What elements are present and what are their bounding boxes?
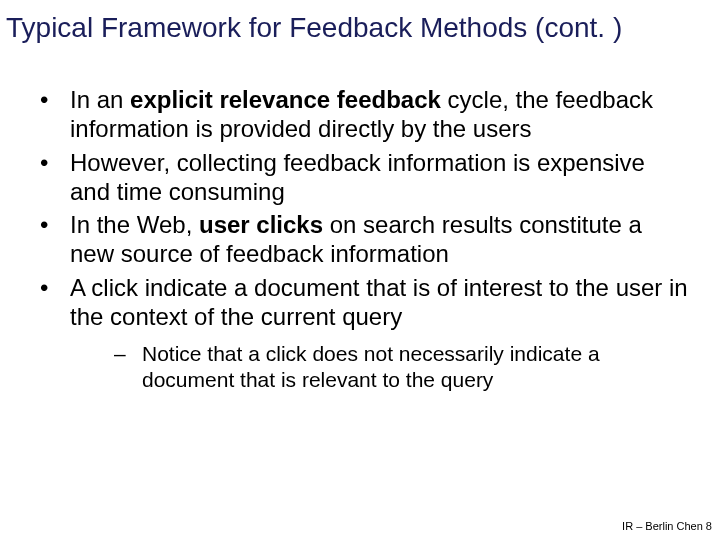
slide-body: In an explicit relevance feedback cycle,… <box>30 85 690 398</box>
bullet-2: However, collecting feedback information… <box>30 148 690 207</box>
bullet-3: In the Web, user clicks on search result… <box>30 210 690 269</box>
bullet-1-bold: explicit relevance feedback <box>130 86 441 113</box>
bullet-3-bold: user clicks <box>199 211 323 238</box>
sub-bullet-1: Notice that a click does not necessarily… <box>70 341 690 394</box>
sub-bullet-1-text: Notice that a click does not necessarily… <box>142 342 600 391</box>
bullet-list: In an explicit relevance feedback cycle,… <box>30 85 690 394</box>
bullet-1: In an explicit relevance feedback cycle,… <box>30 85 690 144</box>
footer-text: IR – Berlin Chen 8 <box>622 520 712 532</box>
bullet-4: A click indicate a document that is of i… <box>30 273 690 394</box>
bullet-2-text: However, collecting feedback information… <box>70 149 645 205</box>
sub-bullet-list: Notice that a click does not necessarily… <box>70 341 690 394</box>
bullet-1-part-a: In an <box>70 86 130 113</box>
bullet-4-text: A click indicate a document that is of i… <box>70 274 688 330</box>
bullet-3-part-a: In the Web, <box>70 211 199 238</box>
slide-title: Typical Framework for Feedback Methods (… <box>6 12 714 44</box>
slide: Typical Framework for Feedback Methods (… <box>0 0 720 540</box>
